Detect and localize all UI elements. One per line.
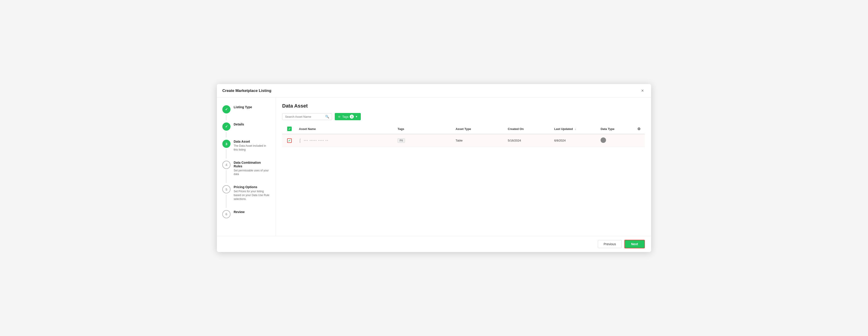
next-button[interactable]: Next xyxy=(624,240,645,248)
row-asset-name: ••• ••••• •••• •• xyxy=(304,139,329,142)
sidebar-item-review[interactable]: 6 Review xyxy=(220,208,272,221)
search-input[interactable] xyxy=(285,115,323,119)
modal-body: ✓ Listing Type ✓ Details 3 Data Asset Th… xyxy=(217,98,651,236)
step-desc-pricing-options: Set Prices for your listing based on you… xyxy=(234,190,270,201)
step-circle-listing-type: ✓ xyxy=(222,105,230,113)
step-desc-data-asset: The Data Asset included in this listing xyxy=(234,144,270,152)
modal: Create Marketplace Listing × ✓ Listing T… xyxy=(217,84,651,252)
row-asset-type-cell: Table xyxy=(453,134,505,147)
step-info-listing-type: Listing Type xyxy=(234,105,270,109)
main-content: Data Asset 🔍 ⛭ Tags 1 ▼ xyxy=(276,98,651,236)
search-icon: 🔍 xyxy=(325,115,329,119)
row-tags-cell: PII xyxy=(395,134,453,147)
step-circle-data-asset: 3 xyxy=(222,140,230,148)
content-header: Data Asset 🔍 ⛭ Tags 1 ▼ xyxy=(276,98,651,124)
col-header-asset-type[interactable]: Asset Type xyxy=(453,124,505,134)
step-label-review: Review xyxy=(234,210,270,214)
row-settings-cell xyxy=(633,134,645,147)
step-label-details: Details xyxy=(234,123,270,126)
row-checkbox[interactable] xyxy=(287,138,292,143)
step-circle-review: 6 xyxy=(222,210,230,218)
modal-title: Create Marketplace Listing xyxy=(222,89,271,93)
step-info-data-combination-rules: Data Combination Rules Set permissable u… xyxy=(234,161,270,176)
table-asset-icon: ⌠ xyxy=(299,139,301,143)
filter-icon: ⛭ xyxy=(338,115,341,119)
modal-footer: Previous Next xyxy=(217,236,651,252)
table-header: Asset Name Tags Asset Type Created On xyxy=(282,124,645,134)
tags-button-label: Tags xyxy=(342,115,348,119)
close-button[interactable]: × xyxy=(639,87,646,94)
step-circle-details: ✓ xyxy=(222,123,230,131)
row-last-updated-cell: 6/8/2024 xyxy=(552,134,598,147)
col-header-settings[interactable]: ⚙ xyxy=(633,124,645,134)
row-created-on-cell: 5/16/2024 xyxy=(506,134,552,147)
sidebar-item-data-asset[interactable]: 3 Data Asset The Data Asset included in … xyxy=(220,137,272,154)
row-data-type-cell xyxy=(598,134,633,147)
assets-table: Asset Name Tags Asset Type Created On xyxy=(282,124,645,147)
step-info-review: Review xyxy=(234,210,270,214)
col-header-tags[interactable]: Tags xyxy=(395,124,453,134)
step-info-details: Details xyxy=(234,123,270,126)
search-box: 🔍 xyxy=(282,113,332,120)
sidebar: ✓ Listing Type ✓ Details 3 Data Asset Th… xyxy=(217,98,276,236)
table-body: ⌠ ••• ••••• •••• •• PII Table 5/16/2024 … xyxy=(282,134,645,147)
chevron-down-icon: ▼ xyxy=(355,115,358,118)
tags-count-badge: 1 xyxy=(350,114,354,119)
step-label-pricing-options: Pricing Options xyxy=(234,185,270,189)
select-all-checkbox[interactable] xyxy=(287,127,292,131)
sort-descending-icon: ↓ xyxy=(575,128,576,131)
row-checkbox-cell[interactable] xyxy=(282,134,297,147)
step-circle-pricing-options: 5 xyxy=(222,185,230,193)
toolbar: 🔍 ⛭ Tags 1 ▼ xyxy=(282,113,645,120)
modal-header: Create Marketplace Listing × xyxy=(217,84,651,98)
content-title: Data Asset xyxy=(282,103,645,109)
row-asset-name-cell: ⌠ ••• ••••• •••• •• xyxy=(297,134,395,147)
col-header-checkbox[interactable] xyxy=(282,124,297,134)
sidebar-item-data-combination-rules[interactable]: 4 Data Combination Rules Set permissable… xyxy=(220,159,272,179)
sidebar-item-listing-type[interactable]: ✓ Listing Type xyxy=(220,103,272,116)
sidebar-item-details[interactable]: ✓ Details xyxy=(220,120,272,133)
step-label-data-asset: Data Asset xyxy=(234,140,270,143)
step-label-listing-type: Listing Type xyxy=(234,105,270,109)
step-label-data-combination-rules: Data Combination Rules xyxy=(234,161,270,168)
col-header-last-updated[interactable]: Last Updated ↓ xyxy=(552,124,598,134)
step-info-pricing-options: Pricing Options Set Prices for your list… xyxy=(234,185,270,201)
step-circle-data-combination-rules: 4 xyxy=(222,161,230,169)
settings-icon[interactable]: ⚙ xyxy=(637,127,641,131)
step-info-data-asset: Data Asset The Data Asset included in th… xyxy=(234,140,270,152)
row-data-type-icon xyxy=(600,137,606,143)
table-row[interactable]: ⌠ ••• ••••• •••• •• PII Table 5/16/2024 … xyxy=(282,134,645,147)
table-container: Asset Name Tags Asset Type Created On xyxy=(276,124,651,236)
col-header-asset-name[interactable]: Asset Name xyxy=(297,124,395,134)
col-header-data-type[interactable]: Data Type xyxy=(598,124,633,134)
sidebar-item-pricing-options[interactable]: 5 Pricing Options Set Prices for your li… xyxy=(220,183,272,203)
step-desc-data-combination-rules: Set permissable uses of your data xyxy=(234,169,270,176)
col-header-created-on[interactable]: Created On xyxy=(506,124,552,134)
row-tag-pii: PII xyxy=(398,138,405,143)
tags-filter-button[interactable]: ⛭ Tags 1 ▼ xyxy=(335,113,361,120)
previous-button[interactable]: Previous xyxy=(598,240,621,248)
